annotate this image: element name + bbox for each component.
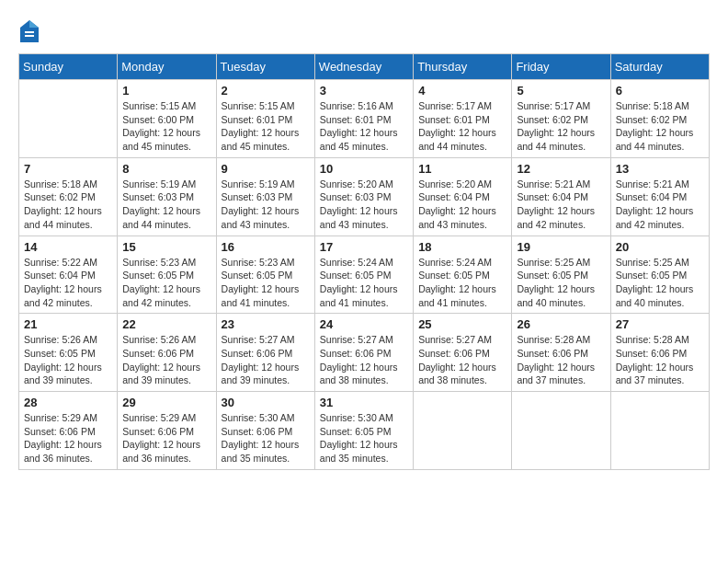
day-number: 2	[222, 84, 310, 98]
logo	[18, 18, 44, 44]
day-cell: 1Sunrise: 5:15 AMSunset: 6:00 PMDaylight…	[118, 80, 216, 158]
day-cell	[19, 80, 118, 158]
weekday-header-row: SundayMondayTuesdayWednesdayThursdayFrid…	[19, 54, 710, 80]
day-number: 6	[616, 84, 704, 98]
day-info: Sunrise: 5:23 AMSunset: 6:05 PMDaylight:…	[222, 256, 310, 310]
week-row-2: 7Sunrise: 5:18 AMSunset: 6:02 PMDaylight…	[19, 157, 710, 236]
day-number: 15	[122, 240, 210, 254]
day-number: 9	[222, 162, 310, 176]
week-row-4: 21Sunrise: 5:26 AMSunset: 6:05 PMDayligh…	[19, 314, 710, 392]
day-cell: 30Sunrise: 5:30 AMSunset: 6:06 PMDayligh…	[216, 392, 314, 470]
day-cell: 18Sunrise: 5:24 AMSunset: 6:05 PMDayligh…	[414, 236, 512, 314]
day-cell: 14Sunrise: 5:22 AMSunset: 6:04 PMDayligh…	[19, 236, 118, 314]
day-number: 14	[24, 240, 112, 254]
day-cell: 28Sunrise: 5:29 AMSunset: 6:06 PMDayligh…	[19, 392, 118, 470]
day-number: 18	[418, 240, 506, 254]
weekday-header-tuesday: Tuesday	[216, 54, 314, 80]
day-number: 5	[517, 84, 605, 98]
day-number: 16	[222, 240, 310, 254]
day-info: Sunrise: 5:29 AMSunset: 6:06 PMDaylight:…	[122, 411, 210, 465]
day-info: Sunrise: 5:27 AMSunset: 6:06 PMDaylight:…	[320, 333, 408, 387]
day-number: 12	[517, 162, 605, 176]
day-info: Sunrise: 5:28 AMSunset: 6:06 PMDaylight:…	[517, 333, 605, 387]
svg-rect-3	[25, 35, 34, 37]
day-cell: 24Sunrise: 5:27 AMSunset: 6:06 PMDayligh…	[314, 314, 413, 392]
day-number: 11	[418, 162, 506, 176]
page-header	[18, 18, 710, 44]
day-cell: 5Sunrise: 5:17 AMSunset: 6:02 PMDaylight…	[512, 80, 610, 158]
day-number: 21	[24, 317, 112, 331]
day-info: Sunrise: 5:22 AMSunset: 6:04 PMDaylight:…	[24, 256, 112, 310]
day-number: 8	[122, 162, 210, 176]
day-cell: 12Sunrise: 5:21 AMSunset: 6:04 PMDayligh…	[512, 157, 610, 236]
day-info: Sunrise: 5:18 AMSunset: 6:02 PMDaylight:…	[24, 178, 112, 232]
day-number: 13	[616, 162, 704, 176]
day-cell: 26Sunrise: 5:28 AMSunset: 6:06 PMDayligh…	[512, 314, 610, 392]
weekday-header-monday: Monday	[118, 54, 216, 80]
day-number: 25	[418, 317, 506, 331]
week-row-5: 28Sunrise: 5:29 AMSunset: 6:06 PMDayligh…	[19, 392, 710, 470]
day-cell: 3Sunrise: 5:16 AMSunset: 6:01 PMDaylight…	[314, 80, 413, 158]
calendar-table: SundayMondayTuesdayWednesdayThursdayFrid…	[18, 53, 710, 470]
day-number: 3	[320, 84, 408, 98]
day-info: Sunrise: 5:28 AMSunset: 6:06 PMDaylight:…	[616, 333, 704, 387]
day-number: 22	[122, 317, 210, 331]
day-info: Sunrise: 5:30 AMSunset: 6:06 PMDaylight:…	[222, 411, 310, 465]
day-number: 10	[320, 162, 408, 176]
day-cell: 31Sunrise: 5:30 AMSunset: 6:05 PMDayligh…	[314, 392, 413, 470]
day-number: 28	[24, 396, 112, 409]
day-number: 19	[517, 240, 605, 254]
day-info: Sunrise: 5:16 AMSunset: 6:01 PMDaylight:…	[320, 99, 408, 154]
day-info: Sunrise: 5:24 AMSunset: 6:05 PMDaylight:…	[418, 256, 506, 310]
day-number: 1	[122, 84, 210, 98]
day-cell: 27Sunrise: 5:28 AMSunset: 6:06 PMDayligh…	[610, 314, 709, 392]
day-info: Sunrise: 5:17 AMSunset: 6:01 PMDaylight:…	[418, 99, 506, 154]
day-cell: 11Sunrise: 5:20 AMSunset: 6:04 PMDayligh…	[414, 157, 512, 236]
day-cell: 10Sunrise: 5:20 AMSunset: 6:03 PMDayligh…	[314, 157, 413, 236]
weekday-header-wednesday: Wednesday	[314, 54, 413, 80]
day-info: Sunrise: 5:23 AMSunset: 6:05 PMDaylight:…	[122, 256, 210, 310]
day-info: Sunrise: 5:26 AMSunset: 6:06 PMDaylight:…	[122, 333, 210, 387]
day-number: 23	[222, 317, 310, 331]
day-info: Sunrise: 5:26 AMSunset: 6:05 PMDaylight:…	[24, 333, 112, 387]
day-number: 30	[222, 396, 310, 409]
weekday-header-thursday: Thursday	[414, 54, 512, 80]
day-info: Sunrise: 5:18 AMSunset: 6:02 PMDaylight:…	[616, 99, 704, 154]
day-info: Sunrise: 5:17 AMSunset: 6:02 PMDaylight:…	[517, 99, 605, 154]
day-info: Sunrise: 5:21 AMSunset: 6:04 PMDaylight:…	[616, 178, 704, 232]
day-cell: 29Sunrise: 5:29 AMSunset: 6:06 PMDayligh…	[118, 392, 216, 470]
day-cell: 9Sunrise: 5:19 AMSunset: 6:03 PMDaylight…	[216, 157, 314, 236]
week-row-1: 1Sunrise: 5:15 AMSunset: 6:00 PMDaylight…	[19, 80, 710, 158]
day-cell: 25Sunrise: 5:27 AMSunset: 6:06 PMDayligh…	[414, 314, 512, 392]
day-number: 29	[122, 396, 210, 409]
day-info: Sunrise: 5:24 AMSunset: 6:05 PMDaylight:…	[320, 256, 408, 310]
day-cell: 13Sunrise: 5:21 AMSunset: 6:04 PMDayligh…	[610, 157, 709, 236]
day-info: Sunrise: 5:30 AMSunset: 6:05 PMDaylight:…	[320, 411, 408, 465]
day-cell: 2Sunrise: 5:15 AMSunset: 6:01 PMDaylight…	[216, 80, 314, 158]
day-cell: 17Sunrise: 5:24 AMSunset: 6:05 PMDayligh…	[314, 236, 413, 314]
day-number: 24	[320, 317, 408, 331]
day-info: Sunrise: 5:20 AMSunset: 6:03 PMDaylight:…	[320, 178, 408, 232]
day-info: Sunrise: 5:29 AMSunset: 6:06 PMDaylight:…	[24, 411, 112, 465]
day-cell: 4Sunrise: 5:17 AMSunset: 6:01 PMDaylight…	[414, 80, 512, 158]
day-number: 7	[24, 162, 112, 176]
day-cell: 15Sunrise: 5:23 AMSunset: 6:05 PMDayligh…	[118, 236, 216, 314]
day-cell	[512, 392, 610, 470]
day-number: 17	[320, 240, 408, 254]
day-cell: 20Sunrise: 5:25 AMSunset: 6:05 PMDayligh…	[610, 236, 709, 314]
day-info: Sunrise: 5:27 AMSunset: 6:06 PMDaylight:…	[222, 333, 310, 387]
weekday-header-sunday: Sunday	[19, 54, 118, 80]
day-info: Sunrise: 5:15 AMSunset: 6:00 PMDaylight:…	[122, 99, 210, 154]
day-cell	[610, 392, 709, 470]
day-info: Sunrise: 5:20 AMSunset: 6:04 PMDaylight:…	[418, 178, 506, 232]
day-info: Sunrise: 5:19 AMSunset: 6:03 PMDaylight:…	[122, 178, 210, 232]
day-cell: 7Sunrise: 5:18 AMSunset: 6:02 PMDaylight…	[19, 157, 118, 236]
svg-marker-1	[29, 20, 39, 28]
day-info: Sunrise: 5:15 AMSunset: 6:01 PMDaylight:…	[222, 99, 310, 154]
weekday-header-friday: Friday	[512, 54, 610, 80]
day-number: 27	[616, 317, 704, 331]
day-info: Sunrise: 5:25 AMSunset: 6:05 PMDaylight:…	[517, 256, 605, 310]
day-info: Sunrise: 5:19 AMSunset: 6:03 PMDaylight:…	[222, 178, 310, 232]
day-cell	[414, 392, 512, 470]
week-row-3: 14Sunrise: 5:22 AMSunset: 6:04 PMDayligh…	[19, 236, 710, 314]
